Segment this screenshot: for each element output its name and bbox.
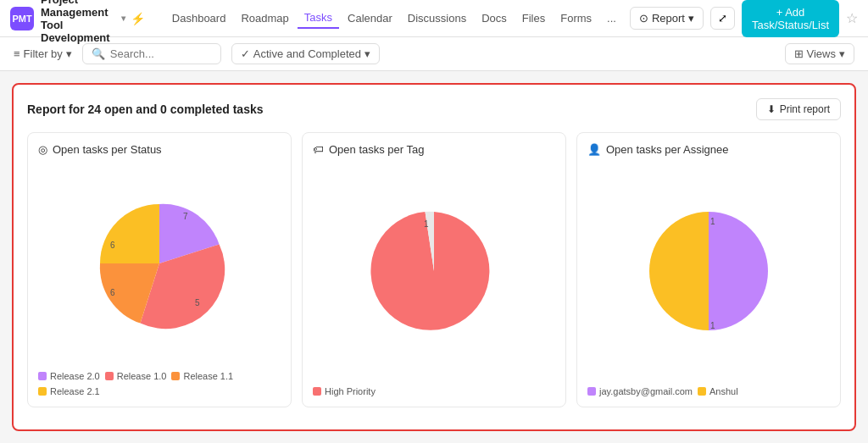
lightning-icon: ⚡ <box>131 12 145 25</box>
legend-anshul: Anshul <box>698 386 738 396</box>
nav-docs[interactable]: Docs <box>475 8 514 28</box>
chart-status-body: 7 6 6 5 <box>38 163 281 364</box>
nav-roadmap[interactable]: Roadmap <box>234 8 295 28</box>
chart-assignee-body: 1 1 <box>587 163 830 379</box>
chart-tag: 🏷 Open tasks per Tag 1 <box>302 132 566 407</box>
active-filter-chevron-icon: ▾ <box>364 47 370 60</box>
nav-calendar[interactable]: Calendar <box>341 8 399 28</box>
svg-text:7: 7 <box>183 212 188 221</box>
chart-tag-title: 🏷 Open tasks per Tag <box>313 143 555 156</box>
chart-tag-body: 1 <box>313 163 555 379</box>
project-chevron-icon[interactable]: ▾ <box>121 14 125 23</box>
legend-release-2-0: Release 2.0 <box>38 371 100 381</box>
nav-dashboard[interactable]: Dashboard <box>165 8 233 28</box>
status-pie-chart: 7 6 6 5 <box>92 196 227 331</box>
views-chevron-icon: ▾ <box>839 47 845 60</box>
svg-text:5: 5 <box>195 298 200 307</box>
project-title: Project Management Tool Development ▾ ⚡ <box>41 0 145 44</box>
nav-more[interactable]: ... <box>600 8 623 28</box>
print-report-button[interactable]: ⬇ Print report <box>756 98 841 120</box>
report-button[interactable]: ⊙ Report ▾ <box>630 7 704 30</box>
chart-assignee-title: 👤 Open tasks per Assignee <box>587 143 830 156</box>
svg-text:1: 1 <box>710 217 715 226</box>
report-icon: ⊙ <box>639 12 648 25</box>
nav-discussions[interactable]: Discussions <box>401 8 473 28</box>
nav-forms[interactable]: Forms <box>554 8 598 28</box>
svg-text:1: 1 <box>710 321 715 330</box>
svg-text:1: 1 <box>424 219 429 229</box>
check-circle-icon: ✓ <box>241 47 250 60</box>
chart-status-title: ◎ Open tasks per Status <box>38 143 281 156</box>
views-button[interactable]: ⊞ Views ▾ <box>785 43 854 64</box>
main-content: Report for 24 open and 0 completed tasks… <box>0 71 868 443</box>
report-chevron-icon: ▾ <box>688 12 694 25</box>
search-icon: 🔍 <box>92 47 105 60</box>
legend-high-priority: High Priority <box>313 386 376 396</box>
report-title: Report for 24 open and 0 completed tasks <box>27 102 264 116</box>
assignee-pie-chart: 1 1 <box>641 203 776 339</box>
favorite-button[interactable]: ☆ <box>846 10 858 26</box>
active-filter-button[interactable]: ✓ Active and Completed ▾ <box>231 43 380 64</box>
legend-jay-gatsby: jay.gatsby@gmail.com <box>587 386 693 396</box>
svg-text:6: 6 <box>110 241 115 250</box>
download-icon: ⬇ <box>767 103 776 115</box>
chart-assignee-legend: jay.gatsby@gmail.com Anshul <box>587 386 830 396</box>
filter-chevron-icon: ▾ <box>66 47 72 60</box>
legend-release-1-1: Release 1.1 <box>171 371 233 381</box>
nav-files[interactable]: Files <box>515 8 552 28</box>
assignee-chart-icon: 👤 <box>587 143 601 156</box>
filter-icon: ≡ <box>14 47 20 60</box>
charts-row: ◎ Open tasks per Status 7 <box>27 132 841 407</box>
tag-pie-chart: 1 <box>366 203 502 339</box>
views-icon: ⊞ <box>794 47 804 60</box>
topbar: PMT Project Management Tool Development … <box>0 0 868 37</box>
tag-chart-icon: 🏷 <box>313 143 324 156</box>
search-box[interactable]: 🔍 <box>82 43 221 64</box>
report-header: Report for 24 open and 0 completed tasks… <box>27 98 841 120</box>
filter-button[interactable]: ≡ Filter by ▾ <box>14 47 72 60</box>
chart-status-legend: Release 2.0 Release 1.0 Release 1.1 Rele… <box>38 371 281 396</box>
legend-release-1-0: Release 1.0 <box>105 371 167 381</box>
legend-release-2-1: Release 2.1 <box>38 386 100 396</box>
share-icon: ⤢ <box>718 12 727 25</box>
nav-right-actions: ⊙ Report ▾ ⤢ + Add Task/Status/List ☆ <box>630 0 858 37</box>
nav-links: Dashboard Roadmap Tasks Calendar Discuss… <box>165 8 623 29</box>
status-chart-icon: ◎ <box>38 143 47 156</box>
chart-status: ◎ Open tasks per Status 7 <box>27 132 292 407</box>
add-task-button[interactable]: + Add Task/Status/List <box>742 0 839 37</box>
svg-text:6: 6 <box>110 288 115 297</box>
chart-tag-legend: High Priority <box>313 386 555 396</box>
chart-assignee: 👤 Open tasks per Assignee 1 1 <box>576 132 841 407</box>
nav-tasks[interactable]: Tasks <box>298 8 339 29</box>
share-button[interactable]: ⤢ <box>710 7 735 30</box>
app-logo: PMT <box>10 7 34 30</box>
search-input[interactable] <box>110 47 212 60</box>
report-container: Report for 24 open and 0 completed tasks… <box>12 83 856 431</box>
